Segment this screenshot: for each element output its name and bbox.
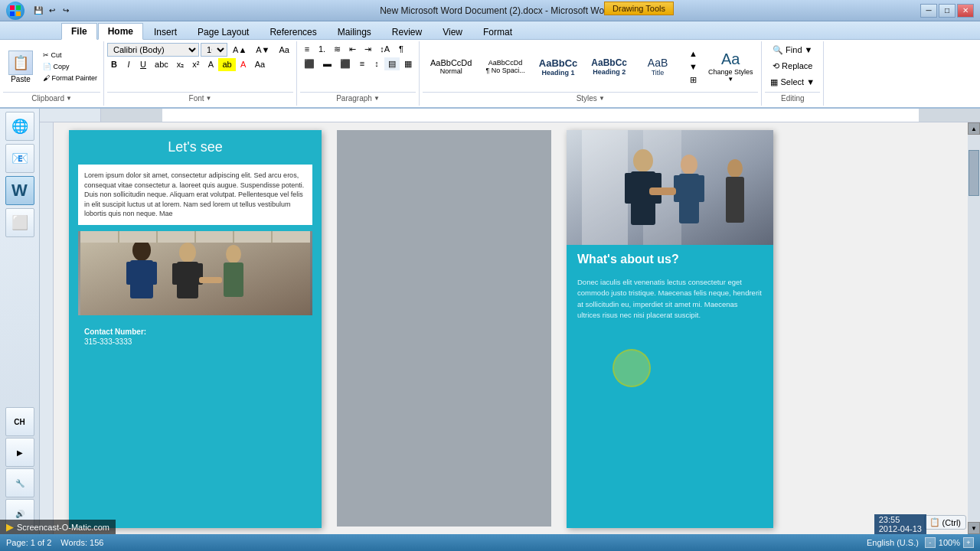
language-info[interactable]: English (U.S.): [867, 538, 919, 547]
styles-expand-icon[interactable]: ▼: [599, 95, 605, 102]
page-left-content: Let's see Lorem ipsum dolor sit amet, co…: [69, 130, 322, 528]
time-display: 23:55 2012-04-13: [874, 514, 926, 534]
tab-home[interactable]: Home: [98, 23, 143, 40]
find-button[interactable]: 🔍 Find ▼: [767, 43, 818, 57]
font-group: Calibri (Body) 16 A▲ A▼ Aa B I U abc x₂ …: [104, 41, 297, 106]
zoom-in-button[interactable]: +: [963, 537, 974, 548]
show-hide-button[interactable]: ¶: [394, 43, 408, 56]
left-header: Let's see: [69, 130, 322, 165]
style-h1-item[interactable]: AaBbCc Heading 1: [533, 54, 584, 80]
editing-group: 🔍 Find ▼ ⟲ Replace ▦ Select ▼ Editing: [762, 41, 824, 106]
minimize-button[interactable]: ─: [920, 4, 937, 18]
sidebar-icon-misc[interactable]: ⬜: [5, 208, 34, 237]
change-styles-dropdown-icon: ▼: [727, 76, 733, 83]
svg-rect-35: [649, 187, 676, 195]
tab-mailings[interactable]: Mailings: [328, 24, 381, 40]
clear-format-button[interactable]: Aa: [276, 44, 293, 56]
format-painter-button[interactable]: 🖌 Format Painter: [40, 73, 100, 83]
font-color-button[interactable]: A: [237, 58, 250, 71]
windows-orb[interactable]: [6, 2, 24, 20]
sidebar-icon-email[interactable]: 📧: [5, 144, 34, 173]
shading-button[interactable]: ▤: [384, 57, 400, 70]
page-info[interactable]: Page: 1 of 2: [6, 538, 51, 547]
save-icon[interactable]: 💾: [32, 5, 44, 17]
style-h2-item[interactable]: AaBbCc Heading 2: [585, 54, 633, 79]
svg-rect-3: [16, 11, 21, 16]
style-title-item[interactable]: AaB Title: [635, 54, 681, 80]
font-expand-icon[interactable]: ▼: [206, 95, 212, 102]
tab-view[interactable]: View: [433, 24, 472, 40]
increase-indent-button[interactable]: ⇥: [361, 43, 375, 56]
clipboard-small-buttons: ✂ Cut 📄 Copy 🖌 Format Painter: [40, 50, 100, 83]
words-info[interactable]: Words: 156: [60, 538, 103, 547]
align-left-button[interactable]: ⬛: [300, 57, 318, 70]
decrease-indent-button[interactable]: ⇤: [345, 43, 360, 56]
clipboard-expand-icon[interactable]: ▼: [66, 95, 72, 102]
decrease-font-button[interactable]: A▼: [252, 44, 273, 56]
close-button[interactable]: ✕: [957, 4, 974, 18]
superscript-button[interactable]: x²: [188, 58, 203, 71]
svg-point-13: [226, 245, 241, 263]
increase-font-button[interactable]: A▲: [229, 44, 250, 56]
font-name-select[interactable]: Calibri (Body): [107, 43, 199, 57]
justify-button[interactable]: ≡: [355, 57, 369, 70]
align-right-button[interactable]: ⬛: [336, 57, 354, 70]
svg-rect-34: [726, 177, 744, 223]
paragraph-expand-icon[interactable]: ▼: [374, 95, 380, 102]
strikethrough-button[interactable]: abc: [151, 58, 172, 71]
styles-more-button[interactable]: ⊞: [685, 73, 701, 86]
cut-button[interactable]: ✂ Cut: [40, 50, 100, 60]
bold-button[interactable]: B: [107, 58, 121, 71]
right-body-text: Donec iaculis elit venenatis lectus cons…: [567, 272, 773, 325]
scroll-down-button[interactable]: ▼: [968, 522, 980, 534]
subscript-button[interactable]: x₂: [173, 58, 188, 71]
font-size-select[interactable]: 16: [201, 43, 227, 57]
align-center-button[interactable]: ▬: [319, 57, 335, 70]
style-nospace-item[interactable]: AaBbCcDd ¶ No Spaci...: [479, 56, 531, 77]
sidebar-icon-tools[interactable]: 🔧: [5, 468, 34, 497]
line-spacing-button[interactable]: ↕: [370, 57, 384, 70]
styles-down-button[interactable]: ▼: [685, 60, 701, 73]
svg-rect-26: [631, 171, 655, 225]
sidebar-icon-ch[interactable]: CH: [5, 407, 34, 436]
svg-rect-2: [10, 11, 15, 16]
scroll-up-button[interactable]: ▲: [968, 122, 980, 135]
scroll-track[interactable]: [968, 135, 980, 522]
highlight-button[interactable]: ab: [218, 58, 235, 71]
multilevel-button[interactable]: ≋: [330, 43, 345, 56]
change-styles-button[interactable]: Aa Change Styles ▼: [703, 48, 759, 85]
tab-page-layout[interactable]: Page Layout: [188, 24, 259, 40]
sidebar-icon-web[interactable]: 🌐: [5, 112, 34, 141]
tab-review[interactable]: Review: [382, 24, 432, 40]
borders-button[interactable]: ▦: [400, 57, 416, 70]
style-normal-item[interactable]: AaBbCcDd Normal: [424, 55, 478, 78]
clipboard-content: 📋 Paste ✂ Cut 📄 Copy 🖌 Format Painter: [3, 43, 100, 90]
font-row2: B I U abc x₂ x² A ab A Aa: [107, 58, 269, 71]
sidebar-icon-word[interactable]: W: [5, 176, 34, 205]
tab-references[interactable]: References: [260, 24, 326, 40]
numbering-button[interactable]: 1.: [315, 43, 329, 56]
replace-button[interactable]: ⟲ Replace: [767, 59, 818, 73]
italic-button[interactable]: I: [122, 58, 136, 71]
drawing-tools-tab[interactable]: Drawing Tools: [604, 2, 674, 15]
tab-format[interactable]: Format: [473, 24, 522, 40]
tab-file[interactable]: File: [61, 23, 97, 40]
bullets-button[interactable]: ≡: [300, 43, 314, 56]
maximize-button[interactable]: □: [939, 4, 956, 18]
undo-icon[interactable]: ↩: [46, 5, 58, 17]
paste-button[interactable]: 📋 Paste: [3, 48, 38, 86]
sidebar-icon-arrow[interactable]: ▶: [5, 438, 34, 467]
sort-button[interactable]: ↕A: [376, 43, 394, 56]
select-button[interactable]: ▦ Select ▼: [765, 75, 820, 90]
underline-button[interactable]: U: [136, 58, 150, 71]
text-effect-button[interactable]: A: [204, 58, 217, 71]
char-spacing-button[interactable]: Aa: [251, 58, 269, 71]
tab-insert[interactable]: Insert: [144, 24, 187, 40]
quick-access-toolbar: 💾 ↩ ↪: [32, 5, 72, 17]
redo-icon[interactable]: ↪: [60, 5, 72, 17]
contact-section: Contact Number: 315-333-3333: [69, 321, 322, 352]
scroll-thumb[interactable]: [969, 150, 979, 196]
styles-up-button[interactable]: ▲: [685, 47, 701, 60]
zoom-out-button[interactable]: -: [925, 537, 936, 548]
copy-button[interactable]: 📄 Copy: [40, 61, 100, 72]
